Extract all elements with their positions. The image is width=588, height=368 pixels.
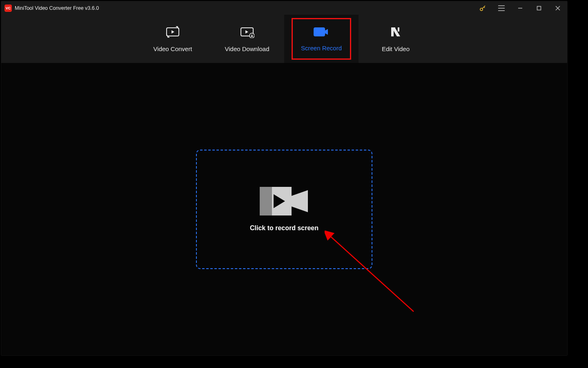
convert-icon xyxy=(165,26,180,38)
license-key-button[interactable] xyxy=(473,1,492,15)
tab-label: Screen Record xyxy=(301,45,342,52)
main-content-area: Click to record screen xyxy=(1,63,567,355)
download-icon xyxy=(240,26,254,38)
annotation-highlight-box xyxy=(292,18,351,60)
close-button[interactable] xyxy=(548,1,567,15)
tab-label: Video Convert xyxy=(154,45,192,52)
camera-icon xyxy=(260,187,309,215)
svg-marker-11 xyxy=(245,30,248,34)
app-logo-icon: VC xyxy=(4,4,12,12)
hamburger-menu-button[interactable] xyxy=(492,1,511,15)
record-screen-button[interactable]: Click to record screen xyxy=(196,150,372,269)
hamburger-icon xyxy=(498,5,505,11)
tab-screen-record[interactable]: Screen Record xyxy=(284,15,359,63)
svg-rect-15 xyxy=(398,27,399,31)
tab-video-download[interactable]: Video Download xyxy=(210,15,284,63)
svg-rect-17 xyxy=(260,187,272,215)
minimize-icon xyxy=(518,6,523,11)
edit-video-icon xyxy=(390,26,402,38)
tab-edit-video[interactable]: Edit Video xyxy=(359,15,433,63)
tab-label: Edit Video xyxy=(382,45,410,52)
main-nav: Video Convert Video Download Screen Reco… xyxy=(1,15,567,63)
tab-video-convert[interactable]: Video Convert xyxy=(136,15,210,63)
app-logo-text: VC xyxy=(6,6,11,10)
close-icon xyxy=(555,6,560,11)
titlebar: VC MiniTool Video Converter Free v3.6.0 xyxy=(1,1,567,15)
svg-point-0 xyxy=(480,8,483,11)
minimize-button[interactable] xyxy=(511,1,530,15)
svg-rect-5 xyxy=(537,6,541,10)
maximize-button[interactable] xyxy=(530,1,548,15)
svg-marker-19 xyxy=(292,190,308,212)
app-window: VC MiniTool Video Converter Free v3.6.0 xyxy=(1,1,568,356)
record-prompt-text: Click to record screen xyxy=(250,224,318,232)
screen-record-icon xyxy=(313,27,330,37)
app-title: MiniTool Video Converter Free v3.6.0 xyxy=(15,5,99,11)
key-icon xyxy=(479,4,486,12)
tab-label: Video Download xyxy=(225,45,270,52)
maximize-icon xyxy=(537,6,541,11)
svg-marker-9 xyxy=(172,30,174,34)
